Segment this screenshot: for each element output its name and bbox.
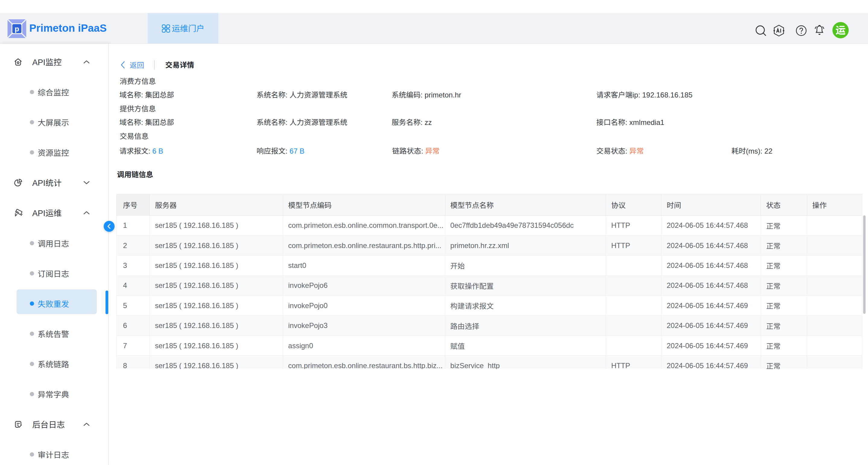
svg-text:p: p	[15, 25, 19, 33]
